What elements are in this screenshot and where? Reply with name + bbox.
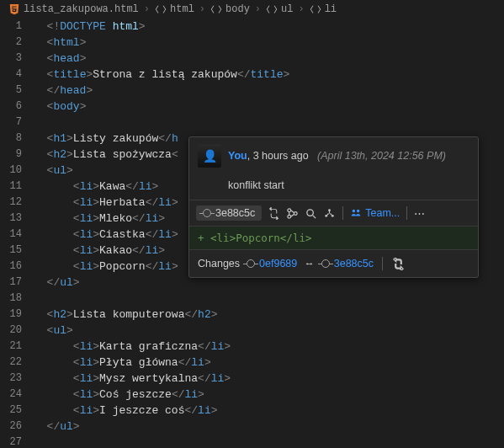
code-line: 1 <!DOCTYPE html>: [0, 19, 504, 35]
tag-icon: [266, 3, 278, 15]
line-number: 10: [0, 163, 34, 179]
hover-diff-line: + <li>Popcorn</li>: [189, 227, 478, 249]
gitlens-hover-card: 👤 You, 3 hours ago (April 13th, 2024 12:…: [188, 136, 479, 278]
line-number: 22: [0, 355, 34, 371]
line-number: 5: [0, 83, 34, 99]
hover-author: You: [228, 150, 247, 162]
hover-date: (April 13th, 2024 12:56 PM): [317, 150, 446, 162]
separator: [342, 206, 343, 220]
tag-icon: [310, 3, 321, 15]
code-line: 27: [0, 435, 504, 448]
code-line: 6 <body>: [0, 99, 504, 115]
changes-from-commit[interactable]: 0ef9689: [247, 258, 297, 269]
team-icon: [350, 207, 362, 219]
svg-point-1: [288, 215, 291, 218]
avatar: 👤: [198, 144, 221, 168]
line-number: 23: [0, 371, 34, 387]
changes-to-commit[interactable]: 3e88c5c: [321, 258, 374, 269]
line-number: 18: [0, 291, 34, 307]
separator: [406, 206, 407, 220]
commit-icon: [321, 259, 330, 268]
line-number: 26: [0, 419, 34, 435]
svg-point-3: [307, 209, 314, 216]
commit-icon: [203, 209, 211, 217]
line-number: 17: [0, 275, 34, 291]
breadcrumb-file-label: lista_zakupowa.html: [24, 3, 139, 15]
hover-toolbar: 3e88c5c Team... ⋯: [189, 200, 478, 226]
more-actions-icon[interactable]: ⋯: [414, 207, 426, 220]
breadcrumb-label: body: [225, 3, 250, 15]
code-line: 26 </ul>: [0, 419, 504, 435]
breadcrumb: lista_zakupowa.html › html › body › ul ›…: [0, 0, 504, 19]
team-label: Team...: [365, 207, 400, 219]
line-number: 24: [0, 387, 34, 403]
breadcrumb-item-html[interactable]: html: [155, 3, 194, 15]
code-line: 21 <li>Karta graficzna</li>: [0, 339, 504, 355]
changes-label: Changes: [198, 258, 240, 269]
line-number: 3: [0, 51, 34, 67]
line-number: 12: [0, 195, 34, 211]
code-line: 19 <h2>Lista komputerowa</h2>: [0, 307, 504, 323]
line-number: 14: [0, 227, 34, 243]
breadcrumb-item-body[interactable]: body: [210, 3, 250, 15]
hover-commit-chip[interactable]: 3e88c5c: [196, 205, 262, 221]
search-icon[interactable]: [304, 206, 317, 220]
commit-icon: [247, 259, 255, 268]
code-line: 24 <li>Coś jeszcze</li>: [0, 387, 504, 403]
line-number: 2: [0, 35, 34, 51]
svg-point-0: [288, 208, 291, 211]
line-number: 13: [0, 211, 34, 227]
chevron-right-icon: ›: [199, 3, 205, 15]
line-number: 16: [0, 259, 34, 275]
chevron-right-icon: ›: [298, 3, 304, 15]
tag-icon: [155, 3, 167, 15]
hover-timeago: 3 hours ago: [253, 150, 309, 162]
line-number: 9: [0, 147, 34, 163]
line-number: 15: [0, 243, 34, 259]
separator: [382, 257, 383, 270]
tag-icon: [210, 3, 222, 15]
line-number: 8: [0, 131, 34, 147]
line-number: 25: [0, 403, 34, 419]
hover-header: 👤 You, 3 hours ago (April 13th, 2024 12:…: [189, 137, 478, 174]
breadcrumb-label: html: [170, 3, 194, 15]
line-number: 27: [0, 435, 34, 448]
line-number: 6: [0, 99, 34, 115]
code-line: 7: [0, 115, 504, 131]
line-number: 1: [0, 19, 34, 35]
breadcrumb-label: ul: [281, 3, 293, 15]
code-line: 3 <head>: [0, 51, 504, 67]
html-file-icon: [8, 3, 20, 15]
line-number: 7: [0, 115, 34, 131]
line-number: 21: [0, 339, 34, 355]
breadcrumb-label: li: [325, 3, 337, 15]
arrow-left-right-icon: ↔: [304, 258, 315, 269]
breadcrumb-item-li[interactable]: li: [310, 3, 337, 15]
graph-icon[interactable]: [285, 206, 299, 220]
hover-changes-row: Changes 0ef9689 ↔ 3e88c5c: [189, 250, 478, 277]
code-line: 22 <li>Płyta główna</li>: [0, 355, 504, 371]
line-number: 11: [0, 179, 34, 195]
code-line: 23 <li>Mysz wertykalna</li>: [0, 371, 504, 387]
line-number: 4: [0, 67, 34, 83]
code-line: 2 <html>: [0, 35, 504, 51]
code-line: 18: [0, 291, 504, 307]
code-line: 20 <ul>: [0, 323, 504, 339]
svg-point-2: [294, 211, 297, 215]
line-number: 20: [0, 323, 34, 339]
chevron-right-icon: ›: [144, 3, 150, 15]
code-line: 25 <li>I jeszcze coś</li>: [0, 403, 504, 419]
compare-icon[interactable]: [267, 206, 280, 220]
code-line: 5 </head>: [0, 83, 504, 99]
code-line: 4 <title>Strona z listą zakupów</title>: [0, 67, 504, 83]
hover-commit-message: konflikt start: [189, 174, 478, 200]
breadcrumb-file[interactable]: lista_zakupowa.html: [8, 3, 139, 15]
line-number: 19: [0, 307, 34, 323]
chevron-right-icon: ›: [255, 3, 261, 15]
breadcrumb-item-ul[interactable]: ul: [266, 3, 293, 15]
hover-commit-short: 3e88c5c: [215, 207, 255, 219]
team-link[interactable]: Team...: [350, 207, 400, 219]
explore-icon[interactable]: [322, 206, 336, 220]
open-changes-icon[interactable]: [391, 257, 405, 270]
